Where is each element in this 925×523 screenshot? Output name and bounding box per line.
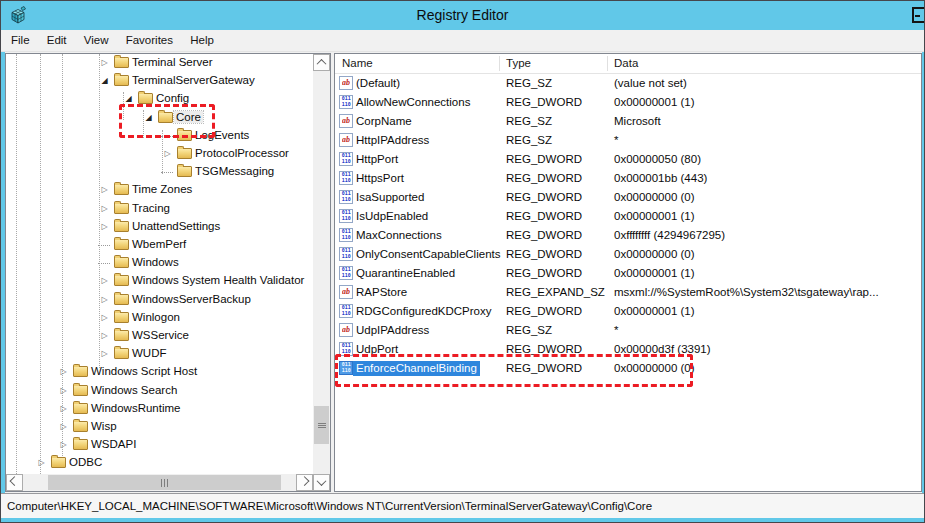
tree-item-wsservice[interactable]: WSService (6, 327, 313, 345)
expand-arrow-icon[interactable] (123, 92, 134, 105)
expand-arrow-icon[interactable] (58, 420, 69, 433)
tree-item-windows-system-health-validator[interactable]: Windows System Health Validator (6, 272, 313, 290)
value-data: 0x00000001 (1) (614, 96, 695, 108)
tree-item-protocolprocessor[interactable]: ProtocolProcessor (6, 145, 313, 163)
registry-value-row-maxconnections[interactable]: MaxConnections REG_DWORD 0xffffffff (429… (335, 226, 921, 245)
menu-favorites[interactable]: Favorites (119, 30, 180, 49)
tree-item-windows[interactable]: Windows (6, 254, 313, 272)
scroll-up-button[interactable] (313, 54, 330, 71)
scroll-left-button[interactable] (6, 474, 23, 491)
registry-value-row-httpsport[interactable]: HttpsPort REG_DWORD 0x000001bb (443) (335, 169, 921, 188)
scroll-down-button[interactable] (313, 474, 330, 491)
folder-icon (114, 294, 129, 305)
registry-value-row-allownewconnections[interactable]: AllowNewConnections REG_DWORD 0x00000001… (335, 93, 921, 112)
value-data: * (614, 324, 618, 336)
vertical-scrollbar-thumb[interactable] (314, 406, 329, 444)
tree-item-wisp[interactable]: Wisp (6, 418, 313, 436)
column-divider[interactable] (607, 56, 608, 71)
expand-arrow-icon[interactable] (99, 293, 110, 306)
column-divider[interactable] (499, 56, 500, 71)
scroll-right-button[interactable] (296, 474, 313, 491)
tree-item-windows-search[interactable]: Windows Search (6, 382, 313, 400)
expand-arrow-icon[interactable] (58, 402, 69, 415)
expand-arrow-icon[interactable] (99, 74, 110, 87)
registry-value-row-rapstore[interactable]: RAPStore REG_EXPAND_SZ msxml://%SystemRo… (335, 283, 921, 302)
titlebar[interactable]: Registry Editor (1, 1, 924, 30)
column-header-name[interactable]: Name (342, 57, 373, 69)
expand-arrow-icon[interactable] (99, 202, 110, 215)
folder-icon (177, 166, 192, 177)
registry-value-row-rdgconfiguredkdcproxy[interactable]: RDGConfiguredKDCProxy REG_DWORD 0x000000… (335, 302, 921, 321)
registry-value-row-isasupported[interactable]: IsaSupported REG_DWORD 0x00000000 (0) (335, 188, 921, 207)
tree-item-windowsruntime[interactable]: WindowsRuntime (6, 400, 313, 418)
tree-item-tsgmessaging[interactable]: TSGMessaging (6, 163, 313, 181)
tree-item-tracing[interactable]: Tracing (6, 200, 313, 218)
registry-value-row-isudpenabled[interactable]: IsUdpEnabled REG_DWORD 0x00000001 (1) (335, 207, 921, 226)
registry-value-row-httpport[interactable]: HttpPort REG_DWORD 0x00000050 (80) (335, 150, 921, 169)
dword-value-icon (339, 209, 353, 223)
tree-item-label: WindowsServerBackup (132, 293, 251, 305)
value-name: RAPStore (356, 286, 407, 298)
tree-item-windows-script-host[interactable]: Windows Script Host (6, 363, 313, 381)
tree-item-windowsserverbackup[interactable]: WindowsServerBackup (6, 291, 313, 309)
expand-arrow-icon[interactable] (58, 384, 69, 397)
minimize-button[interactable] (912, 7, 925, 23)
registry-value-row-default[interactable]: (Default) REG_SZ (value not set) (335, 74, 921, 93)
value-name: HttpIPAddress (356, 134, 429, 146)
tree-horizontal-scrollbar[interactable] (6, 474, 313, 491)
tree-vertical-scrollbar[interactable] (313, 54, 330, 491)
tree-item-wbemperf[interactable]: WbemPerf (6, 236, 313, 254)
folder-icon (114, 75, 129, 86)
registry-value-row-corpname[interactable]: CorpName REG_SZ Microsoft (335, 112, 921, 131)
expand-arrow-icon[interactable] (99, 56, 110, 69)
tree-item-terminal-server[interactable]: Terminal Server (6, 54, 313, 72)
tree-item-label: UnattendSettings (132, 220, 220, 232)
horizontal-scrollbar-thumb[interactable] (48, 475, 281, 490)
value-type: REG_DWORD (506, 248, 582, 260)
value-name: CorpName (356, 115, 412, 127)
expand-arrow-icon[interactable] (162, 147, 173, 160)
tree-item-time-zones[interactable]: Time Zones (6, 181, 313, 199)
value-data: (value not set) (614, 77, 687, 89)
tree-item-terminalservergateway[interactable]: TerminalServerGateway (6, 72, 313, 90)
registry-value-row-enforcechannelbinding[interactable]: EnforceChannelBinding REG_DWORD 0x000000… (335, 359, 921, 378)
expand-arrow-icon[interactable] (58, 365, 69, 378)
registry-value-row-httpipaddress[interactable]: HttpIPAddress REG_SZ * (335, 131, 921, 150)
value-name: IsUdpEnabled (356, 210, 428, 222)
menu-file[interactable]: File (4, 30, 37, 49)
menu-edit[interactable]: Edit (40, 30, 74, 49)
list-header: Name Type Data (335, 54, 921, 74)
tree-item-odbc[interactable]: ODBC (6, 454, 313, 472)
menu-view[interactable]: View (77, 30, 116, 49)
folder-icon (114, 57, 129, 68)
expand-arrow-icon[interactable] (99, 183, 110, 196)
tree-item-core[interactable]: Core (6, 109, 313, 127)
tree-item-winlogon[interactable]: Winlogon (6, 309, 313, 327)
expand-arrow-icon[interactable] (58, 438, 69, 451)
registry-value-row-onlyconsentcapableclients[interactable]: OnlyConsentCapableClients REG_DWORD 0x00… (335, 245, 921, 264)
expand-arrow-icon[interactable] (99, 347, 110, 360)
tree-item-config[interactable]: Config (6, 90, 313, 108)
expand-arrow-icon[interactable] (143, 111, 154, 124)
tree-item-label: Windows Search (91, 384, 177, 396)
expand-arrow-icon[interactable] (36, 456, 47, 469)
tree-item-wudf[interactable]: WUDF (6, 345, 313, 363)
folder-icon (177, 130, 192, 141)
expand-arrow-icon[interactable] (99, 311, 110, 324)
column-header-type[interactable]: Type (506, 57, 531, 69)
value-data: msxml://%SystemRoot%\System32\tsgateway\… (614, 286, 879, 298)
registry-value-row-quarantineenabled[interactable]: QuarantineEnabled REG_DWORD 0x00000001 (… (335, 264, 921, 283)
column-header-data[interactable]: Data (614, 57, 638, 69)
expand-arrow-icon[interactable] (99, 329, 110, 342)
expand-arrow-icon[interactable] (99, 274, 110, 287)
expand-arrow-icon[interactable] (99, 220, 110, 233)
registry-value-row-udpport[interactable]: UdpPort REG_DWORD 0x00000d3f (3391) (335, 340, 921, 359)
folder-icon (114, 221, 129, 232)
tree-item-logevents[interactable]: LogEvents (6, 127, 313, 145)
registry-value-row-udpipaddress[interactable]: UdpIPAddress REG_SZ * (335, 321, 921, 340)
tree-item-wsdapi[interactable]: WSDAPI (6, 436, 313, 454)
menu-help[interactable]: Help (183, 30, 221, 49)
folder-icon (73, 366, 88, 377)
tree-item-unattendsettings[interactable]: UnattendSettings (6, 218, 313, 236)
grip-icon (164, 479, 165, 487)
